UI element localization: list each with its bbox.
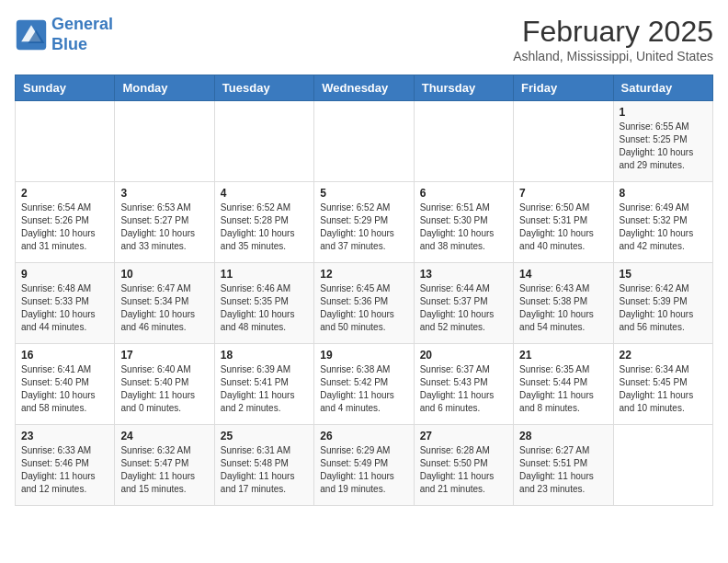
day-info-22: Sunrise: 6:34 AMSunset: 5:45 PMDaylight:… — [620, 363, 707, 415]
day-cell-26: 26Sunrise: 6:29 AMSunset: 5:49 PMDayligh… — [314, 425, 414, 506]
day-cell-13: 13Sunrise: 6:44 AMSunset: 5:37 PMDayligh… — [414, 263, 513, 344]
week-row-1: 1Sunrise: 6:55 AMSunset: 5:25 PMDaylight… — [16, 101, 713, 182]
empty-cell — [613, 425, 712, 506]
day-cell-15: 15Sunrise: 6:42 AMSunset: 5:39 PMDayligh… — [613, 263, 712, 344]
day-info-5: Sunrise: 6:52 AMSunset: 5:29 PMDaylight:… — [320, 201, 407, 253]
day-cell-19: 19Sunrise: 6:38 AMSunset: 5:42 PMDayligh… — [314, 344, 414, 425]
day-info-8: Sunrise: 6:49 AMSunset: 5:32 PMDaylight:… — [620, 201, 707, 253]
logo: General Blue — [15, 15, 113, 54]
weekday-header-friday: Friday — [514, 75, 613, 101]
day-info-3: Sunrise: 6:53 AMSunset: 5:27 PMDaylight:… — [120, 201, 208, 253]
day-cell-2: 2Sunrise: 6:54 AMSunset: 5:26 PMDaylight… — [16, 182, 115, 263]
day-cell-8: 8Sunrise: 6:49 AMSunset: 5:32 PMDaylight… — [613, 182, 712, 263]
day-number-11: 11 — [221, 268, 308, 281]
day-cell-7: 7Sunrise: 6:50 AMSunset: 5:31 PMDaylight… — [514, 182, 613, 263]
weekday-header-sunday: Sunday — [16, 75, 115, 101]
day-number-15: 15 — [620, 268, 707, 281]
day-number-12: 12 — [320, 268, 407, 281]
day-number-24: 24 — [120, 430, 208, 442]
day-cell-27: 27Sunrise: 6:28 AMSunset: 5:50 PMDayligh… — [414, 425, 513, 506]
month-title: February 2025 — [513, 15, 713, 49]
day-number-23: 23 — [21, 430, 108, 442]
day-number-2: 2 — [21, 187, 108, 200]
day-info-2: Sunrise: 6:54 AMSunset: 5:26 PMDaylight:… — [21, 201, 108, 253]
day-cell-28: 28Sunrise: 6:27 AMSunset: 5:51 PMDayligh… — [514, 425, 613, 506]
day-number-27: 27 — [420, 430, 507, 442]
day-info-14: Sunrise: 6:43 AMSunset: 5:38 PMDaylight:… — [519, 282, 607, 334]
day-cell-21: 21Sunrise: 6:35 AMSunset: 5:44 PMDayligh… — [514, 344, 613, 425]
day-cell-9: 9Sunrise: 6:48 AMSunset: 5:33 PMDaylight… — [16, 263, 115, 344]
weekday-header-row: SundayMondayTuesdayWednesdayThursdayFrid… — [16, 75, 713, 101]
title-block: February 2025 Ashland, Mississippi, Unit… — [513, 15, 713, 63]
day-number-4: 4 — [221, 187, 308, 200]
day-number-21: 21 — [519, 349, 607, 362]
day-info-4: Sunrise: 6:52 AMSunset: 5:28 PMDaylight:… — [221, 201, 308, 253]
location: Ashland, Mississippi, United States — [513, 49, 713, 63]
day-number-14: 14 — [519, 268, 607, 281]
day-info-1: Sunrise: 6:55 AMSunset: 5:25 PMDaylight:… — [620, 121, 707, 172]
logo-icon — [15, 18, 48, 52]
day-cell-5: 5Sunrise: 6:52 AMSunset: 5:29 PMDaylight… — [314, 182, 414, 263]
day-number-22: 22 — [620, 349, 707, 362]
weekday-header-monday: Monday — [115, 75, 214, 101]
calendar-table: SundayMondayTuesdayWednesdayThursdayFrid… — [15, 75, 713, 506]
day-cell-4: 4Sunrise: 6:52 AMSunset: 5:28 PMDaylight… — [214, 182, 313, 263]
logo-line1: General — [51, 15, 113, 33]
empty-cell — [514, 101, 613, 182]
day-cell-23: 23Sunrise: 6:33 AMSunset: 5:46 PMDayligh… — [16, 425, 115, 506]
day-cell-20: 20Sunrise: 6:37 AMSunset: 5:43 PMDayligh… — [414, 344, 513, 425]
weekday-header-thursday: Thursday — [414, 75, 513, 101]
day-info-21: Sunrise: 6:35 AMSunset: 5:44 PMDaylight:… — [519, 363, 607, 415]
day-number-25: 25 — [221, 430, 308, 442]
day-info-27: Sunrise: 6:28 AMSunset: 5:50 PMDaylight:… — [420, 444, 507, 496]
day-info-20: Sunrise: 6:37 AMSunset: 5:43 PMDaylight:… — [420, 363, 507, 415]
day-cell-25: 25Sunrise: 6:31 AMSunset: 5:48 PMDayligh… — [214, 425, 313, 506]
day-info-13: Sunrise: 6:44 AMSunset: 5:37 PMDaylight:… — [420, 282, 507, 334]
page-header: General Blue February 2025 Ashland, Miss… — [15, 15, 713, 63]
day-number-9: 9 — [21, 268, 108, 281]
week-row-2: 2Sunrise: 6:54 AMSunset: 5:26 PMDaylight… — [16, 182, 713, 263]
day-cell-22: 22Sunrise: 6:34 AMSunset: 5:45 PMDayligh… — [613, 344, 712, 425]
day-number-6: 6 — [420, 187, 507, 200]
day-cell-24: 24Sunrise: 6:32 AMSunset: 5:47 PMDayligh… — [115, 425, 214, 506]
day-info-10: Sunrise: 6:47 AMSunset: 5:34 PMDaylight:… — [120, 282, 208, 334]
day-info-12: Sunrise: 6:45 AMSunset: 5:36 PMDaylight:… — [320, 282, 407, 334]
empty-cell — [16, 101, 115, 182]
day-info-7: Sunrise: 6:50 AMSunset: 5:31 PMDaylight:… — [519, 201, 607, 253]
day-number-17: 17 — [120, 349, 208, 362]
empty-cell — [214, 101, 313, 182]
day-cell-10: 10Sunrise: 6:47 AMSunset: 5:34 PMDayligh… — [115, 263, 214, 344]
weekday-header-wednesday: Wednesday — [314, 75, 414, 101]
empty-cell — [115, 101, 214, 182]
day-number-16: 16 — [21, 349, 108, 362]
weekday-header-tuesday: Tuesday — [214, 75, 313, 101]
day-number-13: 13 — [420, 268, 507, 281]
week-row-5: 23Sunrise: 6:33 AMSunset: 5:46 PMDayligh… — [16, 425, 713, 506]
day-cell-14: 14Sunrise: 6:43 AMSunset: 5:38 PMDayligh… — [514, 263, 613, 344]
day-number-28: 28 — [519, 430, 607, 442]
day-number-20: 20 — [420, 349, 507, 362]
day-number-3: 3 — [120, 187, 208, 200]
day-cell-11: 11Sunrise: 6:46 AMSunset: 5:35 PMDayligh… — [214, 263, 313, 344]
day-info-24: Sunrise: 6:32 AMSunset: 5:47 PMDaylight:… — [120, 444, 208, 496]
day-number-5: 5 — [320, 187, 407, 200]
day-number-1: 1 — [620, 106, 707, 119]
empty-cell — [414, 101, 513, 182]
day-cell-1: 1Sunrise: 6:55 AMSunset: 5:25 PMDaylight… — [613, 101, 712, 182]
day-number-10: 10 — [120, 268, 208, 281]
day-cell-6: 6Sunrise: 6:51 AMSunset: 5:30 PMDaylight… — [414, 182, 513, 263]
day-info-9: Sunrise: 6:48 AMSunset: 5:33 PMDaylight:… — [21, 282, 108, 334]
week-row-4: 16Sunrise: 6:41 AMSunset: 5:40 PMDayligh… — [16, 344, 713, 425]
empty-cell — [314, 101, 414, 182]
day-number-26: 26 — [320, 430, 407, 442]
weekday-header-saturday: Saturday — [613, 75, 712, 101]
day-info-23: Sunrise: 6:33 AMSunset: 5:46 PMDaylight:… — [21, 444, 108, 496]
day-cell-3: 3Sunrise: 6:53 AMSunset: 5:27 PMDaylight… — [115, 182, 214, 263]
day-number-7: 7 — [519, 187, 607, 200]
day-info-19: Sunrise: 6:38 AMSunset: 5:42 PMDaylight:… — [320, 363, 407, 415]
day-info-28: Sunrise: 6:27 AMSunset: 5:51 PMDaylight:… — [519, 444, 607, 496]
day-info-17: Sunrise: 6:40 AMSunset: 5:40 PMDaylight:… — [120, 363, 208, 415]
logo-text: General Blue — [51, 15, 113, 54]
day-info-6: Sunrise: 6:51 AMSunset: 5:30 PMDaylight:… — [420, 201, 507, 253]
day-cell-16: 16Sunrise: 6:41 AMSunset: 5:40 PMDayligh… — [16, 344, 115, 425]
